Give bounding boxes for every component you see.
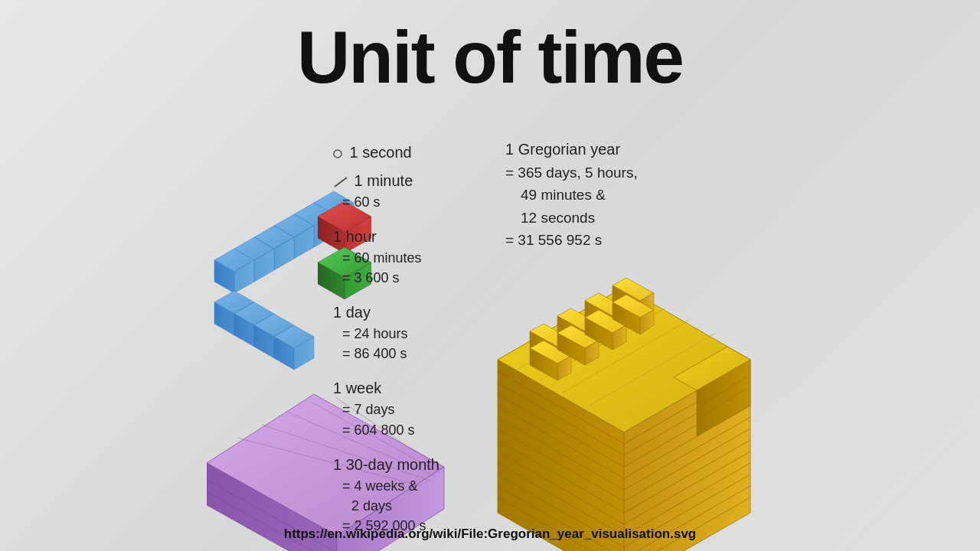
- footer-url: https://en.wikipedia.org/wiki/File:Grego…: [0, 527, 980, 542]
- content-area: 1 second 1 minute = 60 s 1 hour = 60 min…: [0, 134, 980, 524]
- svg-line-107: [335, 178, 347, 187]
- title: Unit of time: [0, 0, 980, 99]
- year-line4: = 31 556 952 s: [505, 229, 638, 251]
- year-line1: = 365 days, 5 hours,: [505, 161, 638, 184]
- svg-point-106: [334, 150, 341, 158]
- minute-label: 1 minute = 60 s: [333, 170, 439, 212]
- day-label: 1 day = 24 hours = 86 400 s: [333, 302, 439, 364]
- year-line2: 49 minutes &: [505, 184, 638, 206]
- year-title: 1 Gregorian year: [505, 138, 638, 161]
- month-label: 1 30-day month = 4 weeks & 2 days = 2 59…: [333, 454, 439, 536]
- yellow-year-structure: [490, 264, 781, 551]
- week-label: 1 week = 7 days = 604 800 s: [333, 377, 439, 439]
- time-labels: 1 second 1 minute = 60 s 1 hour = 60 min…: [333, 142, 439, 539]
- year-line3: 12 seconds: [505, 207, 638, 229]
- second-label: 1 second: [333, 142, 439, 164]
- year-labels: 1 Gregorian year = 365 days, 5 hours, 49…: [505, 138, 638, 252]
- hour-label: 1 hour = 60 minutes = 3 600 s: [333, 226, 439, 288]
